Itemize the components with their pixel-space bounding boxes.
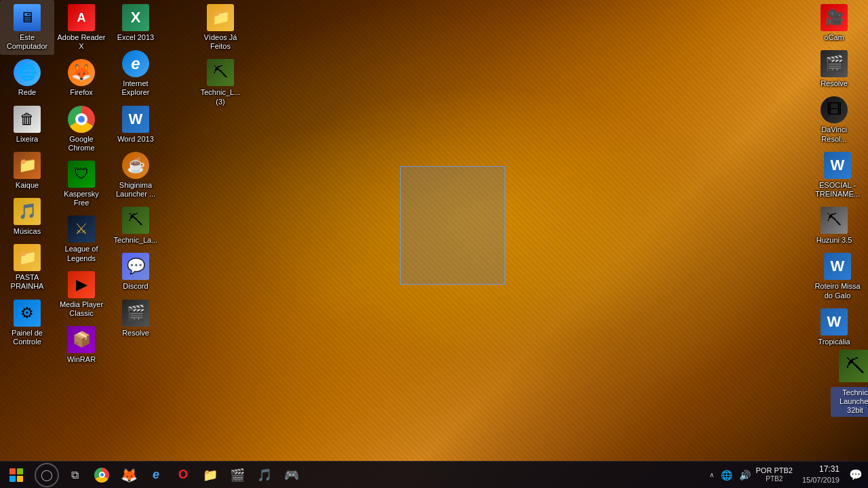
icon-musicas[interactable]: 🎵 Músicas — [0, 194, 54, 240]
ie-icon: e — [122, 50, 149, 77]
taskbar-firefox[interactable]: 🦊 — [115, 462, 142, 489]
windows-logo — [9, 468, 23, 482]
selected-icon-technic: ⛏ Technic Launcher 32bit — [825, 350, 868, 417]
taskbar-firefox-icon: 🦊 — [121, 467, 138, 483]
icon-label: Word 2013 — [117, 135, 154, 144]
drag-selection-box: ⛏ Technic Launcher 32bit — [400, 166, 505, 285]
tray-language[interactable]: POR PTB2 PTB2 — [756, 466, 793, 483]
icon-label: Technic_L... (3) — [196, 88, 245, 106]
icon-label: PASTA PRAINHA — [3, 273, 52, 291]
system-clock[interactable]: 17:31 15/07/2019 — [797, 464, 845, 485]
taskbar-search-button[interactable]: ◯ — [35, 463, 59, 487]
icon-tropicalia[interactable]: W Tropicália — [807, 304, 861, 350]
icon-esocial[interactable]: W ESOCIAL - TREINAME... — [807, 148, 868, 203]
icon-label: Google Chrome — [57, 135, 106, 152]
clock-date: 15/07/2019 — [802, 475, 840, 485]
icon-painel-controle[interactable]: ⚙ Painel de Controle — [0, 296, 54, 350]
icon-league-legends[interactable]: ⚔ League of Legends — [54, 211, 108, 266]
icon-label: Resolve — [821, 79, 848, 88]
icon-davinci[interactable]: 🎞 DaVinci Resol... — [807, 92, 861, 147]
icon-technic-launcher[interactable]: ⛏ Technic_La... — [108, 203, 163, 249]
tray-chevron[interactable]: ∧ — [708, 470, 715, 480]
taskbar-media[interactable]: 🎵 — [251, 462, 278, 489]
icon-excel[interactable]: X Excel 2013 — [108, 0, 163, 46]
icon-column-2: A Adobe Reader X 🦊 Firefox Google Chrome… — [54, 0, 108, 368]
taskbar-media-icon: 🎵 — [257, 468, 272, 483]
icon-kaspersky[interactable]: 🛡 Kaspersky Free — [54, 157, 108, 211]
clock-time: 17:31 — [819, 464, 840, 475]
taskbar-ie-icon: e — [153, 468, 159, 482]
tray-volume-icon[interactable]: 🔊 — [738, 468, 752, 482]
chrome-icon — [68, 106, 95, 133]
pasta-icon: 📁 — [14, 244, 41, 271]
taskbar-files-icon: 📁 — [203, 468, 218, 483]
icon-firefox[interactable]: 🦊 Firefox — [54, 55, 108, 101]
right-icon-column: 🎥 oCam 🎬 Resolve 🎞 DaVinci Resol... W ES… — [807, 0, 868, 350]
icon-ocam[interactable]: 🎥 oCam — [807, 0, 861, 46]
icon-media-player[interactable]: ▶ Media Player Classic — [54, 267, 108, 322]
icon-label: Discord — [123, 282, 148, 291]
excel-icon: X — [122, 4, 149, 31]
taskbar-chrome-icon — [94, 468, 109, 483]
icon-label: Este Computador — [3, 33, 52, 51]
icon-column-1: 🖥 Este Computador 🌐 Rede 🗑 Lixeira 📁 Kai… — [0, 0, 54, 350]
icon-label: Shiginima Launcher ... — [111, 181, 160, 199]
davinci-icon: 🎞 — [821, 96, 848, 123]
java-icon: ☕ — [122, 152, 149, 179]
icon-label: Lixeira — [16, 135, 38, 144]
mpc-icon: ▶ — [68, 271, 95, 298]
system-tray: ∧ 🌐 🔊 POR PTB2 PTB2 17:31 15/07/2019 💬 — [703, 462, 868, 489]
icon-technic-3[interactable]: ⛏ Technic_L... (3) — [193, 55, 248, 110]
icon-discord[interactable]: 💬 Discord — [108, 249, 163, 295]
icon-label: Roteiro Missa do Galo — [813, 282, 862, 300]
start-button[interactable] — [0, 462, 33, 489]
resolve-right-icon: 🎬 — [821, 50, 848, 77]
taskbar: ◯ ⧉ 🦊 e O 📁 🎬 🎵 🎮 ∧ 🌐 🔊 — [0, 461, 868, 488]
icon-ie[interactable]: e Internet Explorer — [108, 46, 163, 101]
selected-icon-label: Technic Launcher 32bit — [831, 387, 868, 417]
icon-word[interactable]: W Word 2013 — [108, 102, 163, 148]
icon-roteiro[interactable]: W Roteiro Missa do Galo — [807, 249, 868, 304]
tray-lang-line1: POR PTB2 — [756, 466, 793, 475]
icon-videos[interactable]: 📁 Vídeos Já Feitos — [193, 0, 248, 55]
taskbar-davinci[interactable]: 🎬 — [224, 462, 251, 489]
task-view-button[interactable]: ⧉ — [61, 462, 88, 489]
icon-column-3: X Excel 2013 e Internet Explorer W Word … — [108, 0, 163, 342]
tray-notification-icon[interactable]: 💬 — [849, 468, 863, 481]
icon-resolve-left[interactable]: 🎬 Resolve — [108, 296, 163, 342]
icon-kaique[interactable]: 📁 Kaique — [0, 148, 54, 194]
icon-label: Tropicália — [818, 338, 850, 346]
icon-este-computador[interactable]: 🖥 Este Computador — [0, 0, 54, 55]
icon-label: WinRAR — [67, 355, 96, 364]
icon-label: Internet Explorer — [111, 79, 160, 97]
taskbar-game[interactable]: 🎮 — [278, 462, 305, 489]
resolve-icon: 🎬 — [122, 300, 149, 327]
icon-label: Technic_La... — [114, 236, 158, 245]
icon-adobe-reader[interactable]: A Adobe Reader X — [54, 0, 108, 55]
icon-resolve-right[interactable]: 🎬 Resolve — [807, 46, 861, 92]
icon-shiginima[interactable]: ☕ Shiginima Launcher ... — [108, 148, 163, 203]
icon-label: Kaspersky Free — [57, 190, 106, 207]
icon-huzuni[interactable]: ⛏ Huzuni 3.5 — [807, 203, 861, 249]
roteiro-icon: W — [824, 253, 851, 280]
icon-label: DaVinci Resol... — [810, 125, 859, 143]
taskbar-ie[interactable]: e — [142, 462, 170, 489]
icon-rede[interactable]: 🌐 Rede — [0, 55, 54, 101]
taskbar-opera[interactable]: O — [170, 462, 197, 489]
icon-label: Rede — [18, 88, 36, 97]
firefox-icon: 🦊 — [68, 59, 95, 86]
tray-network-icon[interactable]: 🌐 — [719, 468, 734, 482]
network-icon: 🌐 — [14, 59, 41, 86]
lol-icon: ⚔ — [68, 216, 95, 243]
icon-google-chrome[interactable]: Google Chrome — [54, 102, 108, 157]
icon-pasta-prainha[interactable]: 📁 PASTA PRAINHA — [0, 240, 54, 295]
ocam-icon: 🎥 — [821, 4, 848, 31]
icon-label: Excel 2013 — [117, 33, 154, 42]
taskbar-files[interactable]: 📁 — [197, 462, 224, 489]
kaspersky-icon: 🛡 — [68, 161, 95, 188]
icon-label: Firefox — [70, 88, 93, 97]
icon-winrar[interactable]: 📦 WinRAR — [54, 322, 108, 368]
taskbar-davinci-icon: 🎬 — [230, 468, 245, 483]
icon-lixeira[interactable]: 🗑 Lixeira — [0, 102, 54, 148]
taskbar-chrome[interactable] — [88, 462, 115, 489]
